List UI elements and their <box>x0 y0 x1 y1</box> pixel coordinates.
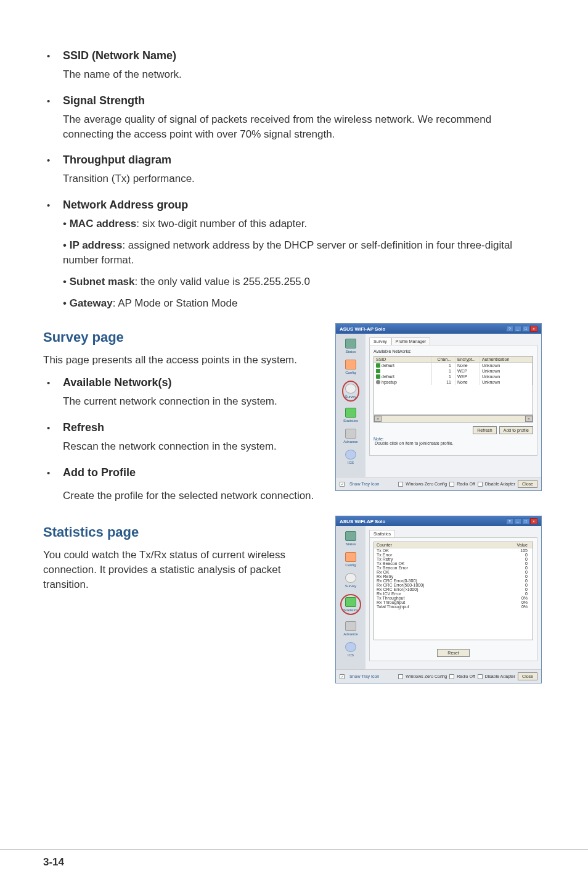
minimize-button[interactable]: _ <box>514 518 521 524</box>
reset-button[interactable]: Reset <box>437 649 469 657</box>
sidebar-item-config[interactable]: Config <box>345 552 356 567</box>
minimize-button[interactable]: _ <box>514 326 521 332</box>
stats-row[interactable]: Tx Beacon Error0 <box>374 566 533 570</box>
sidebar-item-status[interactable]: Status <box>345 531 356 546</box>
stats-row[interactable]: Rx OK0 <box>374 570 533 574</box>
sidebar-item-statistics[interactable]: Statistics <box>343 408 358 423</box>
sidebar-item-advance[interactable]: Advance <box>343 621 357 636</box>
note-text: Double click on item to join/create prof… <box>375 441 454 445</box>
stats-row[interactable]: Rx Retry0 <box>374 574 533 579</box>
globe-icon <box>345 450 356 460</box>
bullet-title: Refresh <box>63 421 325 434</box>
bullet-refresh: • Refresh Rescan the network connection … <box>43 421 325 463</box>
bullet-title: SSID (Network Name) <box>63 49 545 62</box>
stats-row[interactable]: Rx Throughput0% <box>374 600 533 604</box>
bullet-dot: • <box>43 199 63 317</box>
sidebar-item-advance[interactable]: Advance <box>343 429 357 444</box>
close-button[interactable]: × <box>530 518 537 524</box>
stats-row[interactable]: Tx OK105 <box>374 548 533 553</box>
footer-bar: ✓ Show Tray Icon Windows Zero Config Rad… <box>336 669 541 683</box>
footer-close-button[interactable]: Close <box>518 672 537 680</box>
stats-row[interactable]: Tx Throughput0% <box>374 596 533 600</box>
scroll-left-icon[interactable]: < <box>374 416 382 422</box>
sidebar-highlight: Survey <box>342 381 360 402</box>
sidebar-item-status[interactable]: Status <box>345 339 356 353</box>
zero-config-checkbox[interactable] <box>398 674 403 679</box>
bullet-throughput: • Throughput diagram Transition (Tx) per… <box>43 154 545 195</box>
col-ssid[interactable]: SSID <box>374 357 432 362</box>
maximize-button[interactable]: □ <box>522 326 529 332</box>
radio-off-label: Radio Off <box>457 674 475 679</box>
network-list[interactable]: SSID Chan... Encrypt... Authentication d… <box>374 356 533 415</box>
bullet-dot: • <box>43 154 63 195</box>
titlebar: ASUS WiFi-AP Solo ? _ □ × <box>336 516 541 526</box>
bullet-signal: • Signal Strength The average quality of… <box>43 94 545 151</box>
sidebar-item-survey[interactable]: Survey <box>345 573 357 588</box>
zero-config-checkbox[interactable] <box>398 482 403 487</box>
scroll-right-icon[interactable]: > <box>525 416 533 422</box>
close-button[interactable]: × <box>530 326 537 332</box>
radio-off-checkbox[interactable] <box>449 674 454 679</box>
bullet-desc: Transition (Tx) performance. <box>63 171 545 186</box>
footer-close-button[interactable]: Close <box>518 480 537 488</box>
network-row[interactable]: 1WEPUnknown <box>374 368 533 374</box>
sidebar-item-ics[interactable]: ICS <box>345 642 356 657</box>
titlebar: ASUS WiFi-AP Solo ? _ □ × <box>336 324 541 334</box>
show-tray-checkbox[interactable]: ✓ <box>340 674 345 679</box>
stats-row[interactable]: Rx CRC Error(>1000)0 <box>374 587 533 592</box>
maximize-button[interactable]: □ <box>522 518 529 524</box>
zero-config-label: Windows Zero Config <box>406 674 447 679</box>
bullet-title: Add to Profile <box>63 466 325 479</box>
disable-adapter-checkbox[interactable] <box>478 674 483 679</box>
config-icon <box>345 552 356 562</box>
refresh-button[interactable]: Refresh <box>473 426 497 434</box>
tab-profile-manager[interactable]: Profile Manager <box>391 337 430 345</box>
sub-subnet: • Subnet mask: the only valid value is 2… <box>63 274 545 290</box>
network-row[interactable]: default1NoneUnknown <box>374 363 533 368</box>
sidebar-item-config[interactable]: Config <box>345 360 356 374</box>
signal-icon <box>376 374 380 379</box>
col-value[interactable]: Value <box>489 542 533 548</box>
stats-row[interactable]: Rx ICV Error0 <box>374 592 533 596</box>
network-row[interactable]: default1WEPUnknown <box>374 374 533 379</box>
stats-row[interactable]: Tx Retry0 <box>374 557 533 561</box>
statistics-title: Statistics page <box>43 524 325 540</box>
available-networks-label: Available Networks: <box>374 349 533 353</box>
add-to-profile-button[interactable]: Add to profile <box>499 426 533 434</box>
col-chan[interactable]: Chan... <box>432 357 455 362</box>
help-button[interactable]: ? <box>506 326 513 332</box>
stats-row[interactable]: Rx CRC Error(0-500)0 <box>374 579 533 583</box>
radio-off-label: Radio Off <box>457 482 475 486</box>
network-row[interactable]: hpsetup11NoneUnknown <box>374 379 533 385</box>
stats-row[interactable]: Tx Error0 <box>374 553 533 557</box>
bullet-dot: • <box>43 376 63 418</box>
stats-row[interactable]: Total Throughput0% <box>374 604 533 609</box>
disable-adapter-label: Disable Adapter <box>485 482 515 486</box>
stats-row[interactable]: Rx CRC Error(500-1000)0 <box>374 583 533 587</box>
zero-config-label: Windows Zero Config <box>406 482 447 486</box>
signal-icon <box>376 369 380 373</box>
page-footer: 3-14 <box>0 849 588 868</box>
col-encrypt[interactable]: Encrypt... <box>455 357 480 362</box>
statistics-screenshot: ASUS WiFi-AP Solo ? _ □ × Status Config … <box>335 516 542 683</box>
stats-row[interactable]: Tx Beacon OK0 <box>374 561 533 566</box>
sub-mac: • MAC address: six two-digit number of t… <box>63 217 545 232</box>
col-auth[interactable]: Authentication <box>480 357 533 362</box>
survey-desc: This page presents all the access points… <box>43 353 325 368</box>
bullet-title: Throughput diagram <box>63 154 545 167</box>
bullet-title: Signal Strength <box>63 94 545 107</box>
disable-adapter-checkbox[interactable] <box>478 482 483 487</box>
tab-statistics[interactable]: Statistics <box>369 530 395 537</box>
sidebar-item-statistics[interactable]: Statistics <box>343 597 358 612</box>
radio-off-checkbox[interactable] <box>449 482 454 487</box>
survey-icon <box>345 573 356 583</box>
stats-icon <box>345 408 356 418</box>
show-tray-checkbox[interactable]: ✓ <box>340 482 345 487</box>
sidebar-item-ics[interactable]: ICS <box>345 450 356 464</box>
col-counter[interactable]: Counter <box>374 542 489 548</box>
help-button[interactable]: ? <box>506 518 513 524</box>
horizontal-scrollbar[interactable]: < > <box>374 415 533 423</box>
tab-survey[interactable]: Survey <box>369 337 391 345</box>
sidebar-item-survey[interactable]: Survey <box>345 384 357 398</box>
stats-list[interactable]: Counter Value Tx OK105Tx Error0Tx Retry0… <box>374 542 533 640</box>
